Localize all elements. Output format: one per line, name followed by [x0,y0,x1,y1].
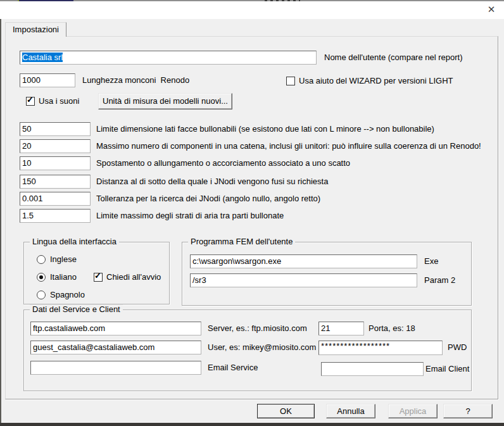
ask-at-startup-label: Chiedi all'avvio [106,270,161,284]
ok-button[interactable]: OK [257,404,315,418]
title-bar [0,1,504,19]
server-label: Server, es.: ftp.miosito.com [208,322,307,335]
max-componenti-label: Massimo numero di componenti in una cate… [96,139,481,153]
fem-group-title: Programma FEM dell'utente [188,237,295,247]
email-service-field[interactable] [30,361,201,375]
radio-spagnolo[interactable] [37,291,46,299]
distanza-jnodi-label: Distanza al di sotto della quale i JNodi… [96,175,328,189]
radio-spagnolo-label: Spagnolo [50,288,85,302]
fem-param2-field[interactable]: /sr3 [190,273,417,287]
radio-inglese[interactable] [37,255,46,264]
language-group-title: Lingua della interfaccia [30,237,119,247]
selected-text: Castalia srl [22,53,63,62]
units-of-measure-button[interactable]: Unità di misura dei modelli nuovi... [98,93,232,110]
pwd-label: PWD [448,341,467,354]
email-client-label: Email Client [425,362,469,376]
tolleranza-label: Tolleranza per la ricerca dei JNodi (ang… [96,192,320,206]
sounds-checkbox-label: Usa i suoni [39,94,79,108]
close-icon[interactable]: ✕ [484,3,499,16]
help-button[interactable]: ? [443,404,493,418]
tab-impostazioni[interactable]: Impostazioni [5,22,66,37]
user-field[interactable]: guest_castalia@castaliaweb.com [30,341,201,354]
pwd-field[interactable]: ****************** [318,341,443,355]
max-componenti-field[interactable]: 20 [20,139,91,153]
apply-button: Applica [388,404,438,418]
spostamento-label: Spostamento o allungamento o accorciamen… [96,156,350,170]
wizard-checkbox[interactable] [286,77,295,85]
server-field[interactable]: ftp.castaliaweb.com [30,322,201,335]
limite-strati-label: Limite massimo degli strati di aria tra … [96,209,284,223]
fem-param2-label: Param 2 [424,273,455,287]
port-label: Porta, es: 18 [369,322,415,335]
user-name-label: Nome dell'utente (compare nel report) [324,51,463,65]
monconi-field[interactable]: 1000 [20,73,75,87]
wizard-checkbox-label: Usa aiuto del WIZARD per versioni LIGHT [299,74,453,88]
sounds-checkbox[interactable] [26,97,35,106]
tolleranza-field[interactable]: 0.001 [20,192,91,206]
spostamento-field[interactable]: 10 [20,156,91,170]
fem-exe-label: Exe [424,254,438,268]
email-client-field[interactable] [321,362,424,376]
user-label: User, es: mikey@miosito.com [208,341,316,354]
port-field[interactable]: 21 [318,322,364,335]
radio-italiano[interactable] [37,273,46,282]
ask-at-startup-checkbox[interactable] [94,273,103,282]
fem-exe-field[interactable]: c:\wsargon\wsargon.exe [190,254,417,268]
user-name-field[interactable]: Castalia srl [20,51,317,65]
background-window-edge-bottom [0,423,504,426]
settings-dialog: ✕ Impostazioni Castalia srl Nome dell'ut… [0,0,504,426]
limite-strati-field[interactable]: 1.5 [20,209,91,223]
email-service-label: Email Service [208,361,258,375]
limite-lati-field[interactable]: 50 [20,122,91,136]
radio-italiano-label: Italiano [50,270,77,284]
limite-lati-label: Limite dimensione lati facce bullonabili… [96,122,434,136]
radio-inglese-label: Inglese [50,253,77,266]
background-window-edge-left [0,19,1,423]
cancel-button[interactable]: Annulla [326,404,375,418]
distanza-jnodi-field[interactable]: 150 [20,175,91,189]
monconi-label: Lunghezza monconi Renodo [82,73,189,87]
service-client-group-title: Dati del Service e Client [30,304,123,315]
